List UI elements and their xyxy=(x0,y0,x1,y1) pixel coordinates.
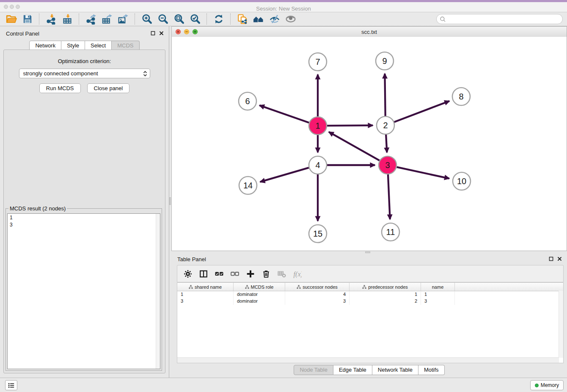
delete-table-icon xyxy=(278,270,286,278)
column-type-icon xyxy=(297,285,301,289)
search-icon xyxy=(440,16,446,22)
window-title: Session: New Session xyxy=(0,6,567,12)
toggle-columns-button[interactable] xyxy=(197,268,210,280)
memory-button[interactable]: Memory xyxy=(530,380,564,390)
status-bar: Memory xyxy=(0,378,567,392)
edge-2-8[interactable] xyxy=(394,101,449,122)
tab-node-table[interactable]: Node Table xyxy=(294,365,333,375)
zoom-selected-button[interactable] xyxy=(189,13,201,25)
node-table-body: 1dominator4113dominator323 xyxy=(177,291,563,305)
export-image-button[interactable] xyxy=(117,13,129,25)
table-cell[interactable]: 2 xyxy=(350,298,421,305)
table-cell[interactable]: dominator xyxy=(234,298,285,305)
show-all-button[interactable] xyxy=(284,13,297,25)
table-cell[interactable]: dominator xyxy=(234,291,285,298)
zoom-in-button[interactable] xyxy=(140,13,153,25)
toolbar-separator xyxy=(230,14,231,25)
deselect-all-button[interactable] xyxy=(228,268,242,280)
delete-column-button[interactable] xyxy=(259,268,273,280)
column-options-icon xyxy=(184,270,192,278)
mcds-result-scrollbar[interactable] xyxy=(156,214,160,369)
table-cell[interactable]: 1 xyxy=(177,291,234,298)
table-row[interactable]: 3dominator323 xyxy=(177,298,563,305)
mcds-result-text[interactable]: 1 3 xyxy=(7,213,160,369)
network-graph: 7968124314101511 xyxy=(172,37,567,251)
toolbar-separator xyxy=(135,14,135,25)
node-table-header: shared nameMCDS rolesuccessor nodesprede… xyxy=(177,283,563,291)
first-neighbors-icon xyxy=(253,14,264,25)
table-cell[interactable]: 1 xyxy=(421,291,455,298)
table-close-panel-icon[interactable] xyxy=(557,257,562,261)
table-cell[interactable]: 3 xyxy=(421,298,455,305)
column-options-button[interactable] xyxy=(181,268,195,280)
table-row[interactable]: 1dominator411 xyxy=(177,291,563,298)
tab-motifs[interactable]: Motifs xyxy=(418,365,445,375)
add-column-icon xyxy=(246,270,255,278)
tab-network-table[interactable]: Network Table xyxy=(372,365,418,375)
table-cell[interactable]: 3 xyxy=(177,298,234,305)
node-label-11: 11 xyxy=(386,227,395,237)
table-float-panel-icon[interactable] xyxy=(549,257,553,261)
column-header-predecessor-nodes[interactable]: predecessor nodes xyxy=(350,283,421,291)
show-all-icon xyxy=(285,14,296,25)
svg-text:f(x): f(x) xyxy=(294,270,302,278)
export-network-button[interactable] xyxy=(85,13,97,25)
task-history-button[interactable] xyxy=(5,380,17,390)
edge-2-3[interactable] xyxy=(386,135,387,152)
node-label-4: 4 xyxy=(315,160,320,170)
deselect-all-icon xyxy=(231,270,239,278)
table-horizontal-scrollbar[interactable] xyxy=(177,357,559,363)
open-file-icon xyxy=(6,14,17,25)
edge-3-11[interactable] xyxy=(388,174,390,219)
add-column-button[interactable] xyxy=(244,268,257,280)
close-panel-icon[interactable] xyxy=(159,31,164,36)
table-panel: Table Panel f(x) shared nameMCDS rolesuc… xyxy=(171,254,567,378)
network-canvas[interactable]: 7968124314101511 xyxy=(172,37,567,251)
search-input[interactable] xyxy=(446,15,562,23)
float-panel-icon[interactable] xyxy=(151,31,155,36)
duplicate-network-button[interactable] xyxy=(236,13,249,25)
table-cell[interactable]: 4 xyxy=(285,291,350,298)
import-table-button[interactable] xyxy=(61,13,74,25)
hide-selected-button[interactable] xyxy=(268,13,281,25)
memory-status-icon xyxy=(535,384,539,387)
edge-3-10[interactable] xyxy=(396,167,449,179)
zoom-selected-icon xyxy=(190,14,201,25)
column-header-mcds-role[interactable]: MCDS role xyxy=(234,283,285,291)
table-vertical-scrollbar[interactable] xyxy=(559,291,563,358)
edge-1-6[interactable] xyxy=(259,105,309,123)
search-box[interactable] xyxy=(436,14,563,24)
zoom-out-button[interactable] xyxy=(157,13,169,25)
tab-edge-table[interactable]: Edge Table xyxy=(333,365,372,375)
apply-layout-button[interactable] xyxy=(212,13,225,25)
edge-2-9[interactable] xyxy=(385,74,385,116)
network-window-titlebar[interactable]: scc.txt xyxy=(172,27,567,37)
open-file-button[interactable] xyxy=(5,13,18,25)
edge-4-14[interactable] xyxy=(260,168,309,182)
column-header-successor-nodes[interactable]: successor nodes xyxy=(285,283,350,291)
horizontal-splitter-grip[interactable] xyxy=(365,251,370,253)
vertical-splitter-grip[interactable] xyxy=(169,197,171,205)
column-header-name[interactable]: name xyxy=(421,283,455,291)
edge-1-2[interactable] xyxy=(327,125,373,126)
memory-label: Memory xyxy=(541,382,559,388)
export-table-button[interactable] xyxy=(101,13,113,25)
export-image-icon xyxy=(118,14,129,25)
save-session-button[interactable] xyxy=(21,13,34,25)
first-neighbors-button[interactable] xyxy=(252,13,265,25)
zoom-fit-button[interactable] xyxy=(173,13,185,25)
column-header-shared-name[interactable]: shared name xyxy=(177,283,234,291)
app-titlebar: Session: New Session xyxy=(0,0,567,12)
table-cell[interactable]: 1 xyxy=(350,291,421,298)
optimization-criterion-select[interactable]: strongly connected component xyxy=(19,69,150,78)
run-mcds-button[interactable]: Run MCDS xyxy=(39,83,81,93)
import-network-button[interactable] xyxy=(45,13,58,25)
table-cell[interactable]: 3 xyxy=(285,298,350,305)
edge-3-1[interactable] xyxy=(329,132,380,160)
import-table-icon xyxy=(62,14,73,25)
mcds-result-fieldset: MCDS result (2 nodes) 1 3 xyxy=(6,208,162,371)
toolbar-separator xyxy=(206,14,207,25)
close-panel-button[interactable]: Close panel xyxy=(87,83,130,93)
network-window: scc.txt 7968124314101511 xyxy=(171,26,567,251)
select-all-button[interactable] xyxy=(212,268,226,280)
